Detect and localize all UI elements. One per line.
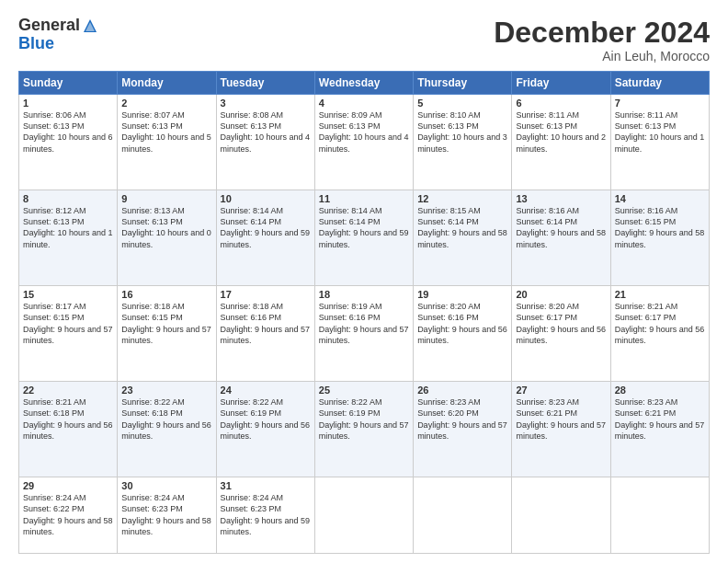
sunrise-text: Sunrise: 8:22 AM: [221, 397, 284, 407]
daylight-text: Daylight: 9 hours and 57 minutes.: [615, 420, 705, 441]
daylight-text: Daylight: 10 hours and 4 minutes.: [221, 132, 311, 153]
daylight-text: Daylight: 10 hours and 2 minutes.: [516, 132, 606, 153]
sunset-text: Sunset: 6:21 PM: [516, 408, 577, 418]
sunset-text: Sunset: 6:17 PM: [516, 313, 577, 322]
table-row: 17 Sunrise: 8:18 AM Sunset: 6:16 PM Dayl…: [216, 286, 314, 382]
table-row: 14 Sunrise: 8:16 AM Sunset: 6:15 PM Dayl…: [610, 190, 709, 286]
sunset-text: Sunset: 6:20 PM: [417, 408, 479, 418]
calendar-header-row: Sunday Monday Tuesday Wednesday Thursday…: [19, 72, 710, 95]
sunrise-text: Sunrise: 8:09 AM: [319, 110, 382, 120]
header-friday: Friday: [512, 72, 610, 95]
cell-details: Sunrise: 8:23 AM Sunset: 6:20 PM Dayligh…: [417, 396, 507, 442]
daylight-text: Daylight: 9 hours and 59 minutes.: [221, 516, 311, 536]
cell-details: Sunrise: 8:24 AM Sunset: 6:23 PM Dayligh…: [221, 492, 311, 537]
daylight-text: Daylight: 9 hours and 56 minutes.: [121, 420, 211, 441]
daylight-text: Daylight: 9 hours and 56 minutes.: [221, 420, 311, 441]
sunset-text: Sunset: 6:18 PM: [121, 408, 183, 418]
daylight-text: Daylight: 9 hours and 57 minutes.: [23, 325, 113, 345]
logo-blue: Blue: [18, 35, 54, 53]
sunset-text: Sunset: 6:18 PM: [23, 408, 85, 418]
header-monday: Monday: [118, 72, 216, 95]
table-row: 12 Sunrise: 8:15 AM Sunset: 6:14 PM Dayl…: [414, 190, 512, 286]
table-row: 29 Sunrise: 8:24 AM Sunset: 6:22 PM Dayl…: [19, 477, 118, 554]
day-number: 5: [417, 98, 507, 109]
day-number: 9: [121, 193, 211, 204]
daylight-text: Daylight: 10 hours and 1 minute.: [23, 228, 113, 248]
sunrise-text: Sunrise: 8:06 AM: [23, 110, 86, 120]
header: General Blue December 2024 Ain Leuh, Mor…: [18, 17, 710, 63]
table-row: 18 Sunrise: 8:19 AM Sunset: 6:16 PM Dayl…: [314, 286, 413, 382]
day-number: 16: [121, 289, 211, 300]
daylight-text: Daylight: 9 hours and 59 minutes.: [319, 228, 409, 248]
table-row: 26 Sunrise: 8:23 AM Sunset: 6:20 PM Dayl…: [414, 382, 512, 477]
sunset-text: Sunset: 6:14 PM: [417, 217, 479, 226]
daylight-text: Daylight: 9 hours and 57 minutes.: [319, 325, 409, 345]
table-row: 20 Sunrise: 8:20 AM Sunset: 6:17 PM Dayl…: [512, 286, 610, 382]
calendar-week-row: 29 Sunrise: 8:24 AM Sunset: 6:22 PM Dayl…: [19, 477, 710, 554]
sunrise-text: Sunrise: 8:24 AM: [221, 493, 284, 502]
cell-details: Sunrise: 8:12 AM Sunset: 6:13 PM Dayligh…: [23, 205, 113, 250]
sunset-text: Sunset: 6:13 PM: [121, 217, 183, 226]
table-row: 4 Sunrise: 8:09 AM Sunset: 6:13 PM Dayli…: [314, 95, 413, 190]
table-row: [314, 477, 413, 554]
cell-details: Sunrise: 8:18 AM Sunset: 6:16 PM Dayligh…: [221, 301, 311, 346]
cell-details: Sunrise: 8:10 AM Sunset: 6:13 PM Dayligh…: [417, 109, 507, 155]
cell-details: Sunrise: 8:24 AM Sunset: 6:22 PM Dayligh…: [23, 492, 113, 537]
day-number: 7: [615, 98, 705, 109]
day-number: 26: [417, 385, 507, 396]
day-number: 28: [615, 385, 705, 396]
table-row: [414, 477, 512, 554]
cell-details: Sunrise: 8:16 AM Sunset: 6:14 PM Dayligh…: [516, 205, 606, 250]
calendar-week-row: 1 Sunrise: 8:06 AM Sunset: 6:13 PM Dayli…: [19, 95, 710, 190]
sunrise-text: Sunrise: 8:12 AM: [23, 206, 86, 215]
cell-details: Sunrise: 8:20 AM Sunset: 6:16 PM Dayligh…: [417, 301, 507, 346]
sunset-text: Sunset: 6:13 PM: [23, 217, 85, 226]
sunrise-text: Sunrise: 8:24 AM: [121, 493, 185, 502]
day-number: 11: [319, 193, 409, 204]
day-number: 6: [516, 98, 606, 109]
cell-details: Sunrise: 8:09 AM Sunset: 6:13 PM Dayligh…: [319, 109, 409, 155]
daylight-text: Daylight: 10 hours and 6 minutes.: [23, 132, 113, 153]
sunset-text: Sunset: 6:17 PM: [615, 313, 677, 322]
sunrise-text: Sunrise: 8:11 AM: [615, 110, 678, 120]
sunrise-text: Sunrise: 8:23 AM: [516, 397, 579, 407]
sunset-text: Sunset: 6:13 PM: [615, 121, 677, 131]
sunset-text: Sunset: 6:14 PM: [221, 217, 282, 226]
cell-details: Sunrise: 8:06 AM Sunset: 6:13 PM Dayligh…: [23, 109, 113, 155]
table-row: 1 Sunrise: 8:06 AM Sunset: 6:13 PM Dayli…: [19, 95, 118, 190]
cell-details: Sunrise: 8:08 AM Sunset: 6:13 PM Dayligh…: [221, 109, 311, 155]
table-row: 15 Sunrise: 8:17 AM Sunset: 6:15 PM Dayl…: [19, 286, 118, 382]
day-number: 8: [23, 193, 113, 204]
sunrise-text: Sunrise: 8:16 AM: [516, 206, 579, 215]
day-number: 17: [221, 289, 311, 300]
sunset-text: Sunset: 6:21 PM: [615, 408, 677, 418]
sunset-text: Sunset: 6:23 PM: [121, 504, 183, 513]
cell-details: Sunrise: 8:21 AM Sunset: 6:18 PM Dayligh…: [23, 396, 113, 442]
header-sunday: Sunday: [19, 72, 118, 95]
sunset-text: Sunset: 6:15 PM: [615, 217, 677, 226]
cell-details: Sunrise: 8:18 AM Sunset: 6:15 PM Dayligh…: [121, 301, 211, 346]
table-row: 28 Sunrise: 8:23 AM Sunset: 6:21 PM Dayl…: [610, 382, 709, 477]
table-row: 23 Sunrise: 8:22 AM Sunset: 6:18 PM Dayl…: [118, 382, 216, 477]
sunset-text: Sunset: 6:19 PM: [221, 408, 282, 418]
sunset-text: Sunset: 6:15 PM: [23, 313, 85, 322]
cell-details: Sunrise: 8:17 AM Sunset: 6:15 PM Dayligh…: [23, 301, 113, 346]
sunset-text: Sunset: 6:16 PM: [319, 313, 381, 322]
sunrise-text: Sunrise: 8:17 AM: [23, 302, 86, 311]
sunrise-text: Sunrise: 8:14 AM: [221, 206, 284, 215]
sunrise-text: Sunrise: 8:11 AM: [516, 110, 579, 120]
sunset-text: Sunset: 6:13 PM: [23, 121, 85, 131]
table-row: 7 Sunrise: 8:11 AM Sunset: 6:13 PM Dayli…: [610, 95, 709, 190]
cell-details: Sunrise: 8:13 AM Sunset: 6:13 PM Dayligh…: [121, 205, 211, 250]
table-row: [512, 477, 610, 554]
sunset-text: Sunset: 6:14 PM: [516, 217, 577, 226]
page: General Blue December 2024 Ain Leuh, Mor…: [0, 0, 728, 563]
sunrise-text: Sunrise: 8:15 AM: [417, 206, 481, 215]
cell-details: Sunrise: 8:16 AM Sunset: 6:15 PM Dayligh…: [615, 205, 705, 250]
cell-details: Sunrise: 8:24 AM Sunset: 6:23 PM Dayligh…: [121, 492, 211, 537]
table-row: 25 Sunrise: 8:22 AM Sunset: 6:19 PM Dayl…: [314, 382, 413, 477]
calendar-week-row: 8 Sunrise: 8:12 AM Sunset: 6:13 PM Dayli…: [19, 190, 710, 286]
day-number: 21: [615, 289, 705, 300]
sunset-text: Sunset: 6:16 PM: [417, 313, 479, 322]
table-row: 21 Sunrise: 8:21 AM Sunset: 6:17 PM Dayl…: [610, 286, 709, 382]
